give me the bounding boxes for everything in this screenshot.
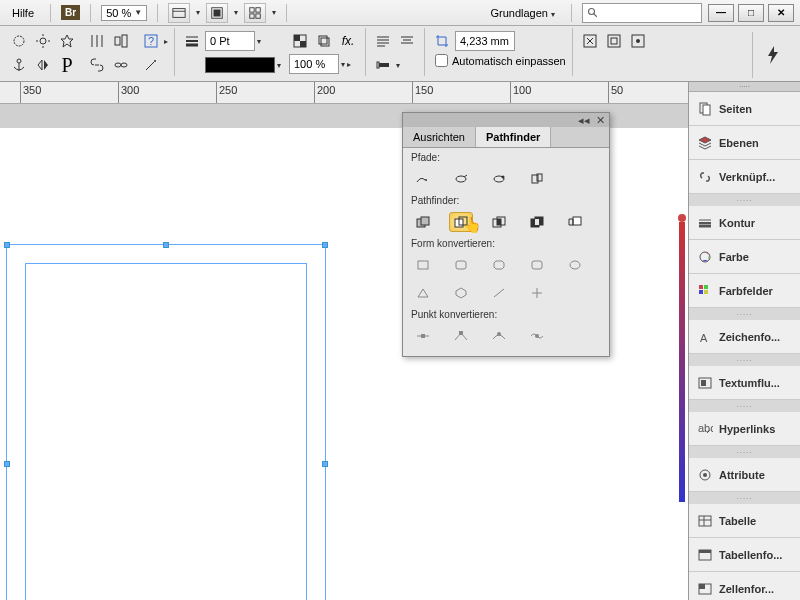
svg-point-51 [636, 39, 640, 43]
screen-mode-button[interactable] [206, 3, 228, 23]
exclude-icon[interactable] [525, 212, 549, 232]
autofit-checkbox[interactable] [435, 54, 448, 67]
opacity-input[interactable] [289, 54, 339, 74]
svg-point-11 [40, 38, 46, 44]
tool-text-icon[interactable]: P [56, 54, 78, 76]
view-options-button[interactable] [168, 3, 190, 23]
horizontal-ruler: 35030025020015010050 [0, 82, 800, 104]
close-button[interactable]: ✕ [768, 4, 794, 22]
spine-indicator [679, 222, 685, 502]
add-icon[interactable] [411, 212, 435, 232]
tab-align[interactable]: Ausrichten [403, 127, 476, 147]
text-align-icon[interactable] [372, 30, 394, 52]
svg-point-79 [425, 179, 427, 181]
svg-point-99 [570, 261, 580, 269]
join-path-icon[interactable] [411, 169, 435, 189]
svg-text:A: A [700, 332, 708, 344]
pathfinder-panel[interactable]: ◂◂ ✕ Ausrichten Pathfinder Pfade: Pathfi… [402, 112, 610, 357]
svg-point-67 [703, 473, 707, 477]
tool-star-icon[interactable] [56, 30, 78, 52]
intersect-icon[interactable] [487, 212, 511, 232]
shape-roundrect-icon[interactable] [449, 255, 473, 275]
panel-close-icon[interactable]: ✕ [596, 114, 605, 127]
dock-collapse-grip[interactable]: ····· [689, 82, 800, 92]
tool-wand-icon[interactable] [140, 54, 162, 76]
reverse-path-icon[interactable] [525, 169, 549, 189]
tool-flip-h-icon[interactable] [32, 54, 54, 76]
crop-icon[interactable] [431, 30, 453, 52]
open-path-icon[interactable] [449, 169, 473, 189]
text-align2-icon[interactable] [396, 30, 418, 52]
help-icon[interactable]: ? [140, 30, 162, 52]
shape-rect-icon[interactable] [411, 255, 435, 275]
maximize-button[interactable]: □ [738, 4, 764, 22]
search-icon [587, 7, 599, 19]
panel-collapse-icon[interactable]: ◂◂ [578, 114, 590, 127]
tool-ellipse-dashed[interactable] [8, 30, 30, 52]
fit-frame-icon[interactable] [603, 30, 625, 52]
selected-frame[interactable] [6, 244, 326, 600]
shape-bevel-icon[interactable] [487, 255, 511, 275]
fit-content-icon[interactable] [579, 30, 601, 52]
tool-sun-icon[interactable] [32, 30, 54, 52]
svg-rect-45 [379, 63, 389, 67]
shape-ellipse-icon[interactable] [563, 255, 587, 275]
panel-textwrap[interactable]: Textumflu... [689, 366, 800, 400]
panel-color[interactable]: Farbe [689, 240, 800, 274]
stroke-weight-input[interactable] [205, 31, 255, 51]
panel-swatches[interactable]: Farbfelder [689, 274, 800, 308]
svg-rect-105 [459, 331, 463, 335]
panel-hyperlinks[interactable]: abcHyperlinks [689, 412, 800, 446]
shape-triangle-icon[interactable] [411, 283, 435, 303]
panel-links[interactable]: Verknüpf... [689, 160, 800, 194]
tool-align-icon[interactable] [110, 30, 132, 52]
layer-icon[interactable] [313, 30, 335, 52]
point-plain-icon[interactable] [411, 326, 435, 346]
subtract-icon[interactable] [449, 212, 473, 232]
tool-distribute-icon[interactable] [86, 30, 108, 52]
help-menu[interactable]: Hilfe [6, 7, 40, 19]
shape-orthogonal-icon[interactable] [525, 283, 549, 303]
search-input[interactable] [603, 7, 693, 19]
cap-icon[interactable] [372, 54, 394, 76]
fx-icon[interactable]: fx. [337, 30, 359, 52]
svg-rect-97 [418, 261, 428, 269]
panel-stroke[interactable]: Kontur [689, 206, 800, 240]
workspace-dropdown[interactable]: Grundlagen ▾ [484, 7, 561, 19]
panel-tablestyles[interactable]: Tabellenfo... [689, 538, 800, 572]
shape-polygon-icon[interactable] [449, 283, 473, 303]
svg-marker-16 [61, 35, 73, 47]
zoom-dropdown[interactable]: 50 % ▼ [101, 5, 147, 21]
svg-point-17 [17, 59, 21, 63]
minimize-button[interactable]: — [708, 4, 734, 22]
shape-line-icon[interactable] [487, 283, 511, 303]
point-corner-icon[interactable] [449, 326, 473, 346]
panel-table[interactable]: Tabelle [689, 504, 800, 538]
center-content-icon[interactable] [627, 30, 649, 52]
shape-inverse-round-icon[interactable] [525, 255, 549, 275]
arrange-button[interactable] [244, 3, 266, 23]
measure-input[interactable] [455, 31, 515, 51]
tool-link-icon[interactable] [86, 54, 108, 76]
panel-char[interactable]: AZeichenfo... [689, 320, 800, 354]
tab-pathfinder[interactable]: Pathfinder [476, 127, 551, 147]
panel-cellstyles[interactable]: Zellenfor... [689, 572, 800, 600]
panel-pages[interactable]: Seiten [689, 92, 800, 126]
svg-line-9 [594, 13, 597, 16]
panel-layers[interactable]: Ebenen [689, 126, 800, 160]
pathfinder-label: Pathfinder: [411, 195, 601, 206]
panel-attributes[interactable]: Attribute [689, 458, 800, 492]
tool-chain-icon[interactable] [110, 54, 132, 76]
minus-back-icon[interactable] [563, 212, 587, 232]
svg-rect-64 [701, 380, 706, 386]
opacity-square-icon[interactable] [289, 30, 311, 52]
svg-text:abc: abc [698, 422, 713, 434]
tool-anchor-icon[interactable] [8, 54, 30, 76]
bridge-badge[interactable]: Br [61, 5, 80, 20]
stroke-style-swatch[interactable] [205, 57, 275, 73]
search-field[interactable] [582, 3, 702, 23]
point-smooth-icon[interactable] [487, 326, 511, 346]
gpu-preview-icon[interactable] [752, 32, 792, 78]
point-symmetrical-icon[interactable] [525, 326, 549, 346]
close-path-icon[interactable] [487, 169, 511, 189]
